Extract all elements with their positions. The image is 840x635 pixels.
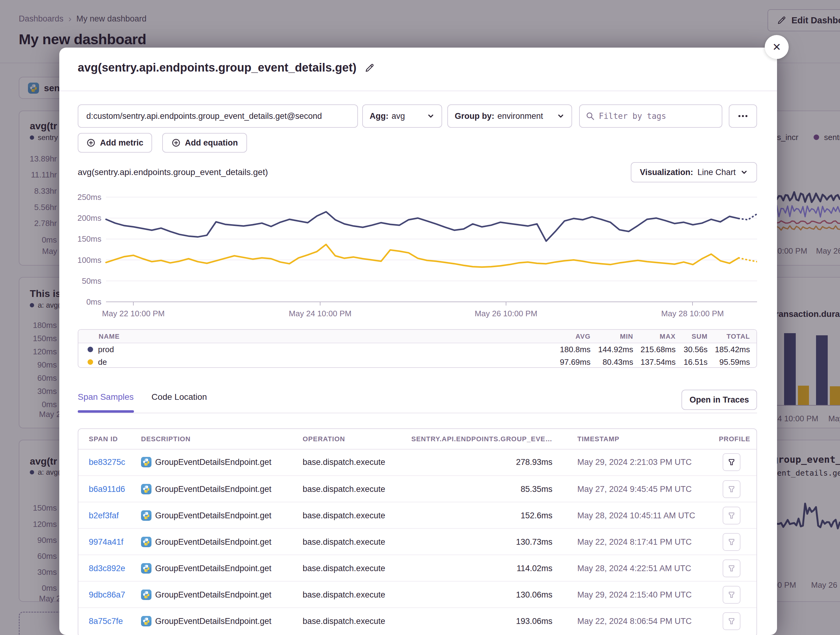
filter-by-tags-input[interactable]: [598, 111, 716, 121]
span-description: GroupEventDetailsEndpoint.get: [155, 590, 271, 600]
series-min: 80.43ms: [603, 358, 633, 367]
summary-row-prod: prod180.8ms144.92ms215.68ms30.56s185.42m…: [78, 343, 756, 355]
profile-button[interactable]: [723, 453, 741, 471]
agg-value: avg: [392, 112, 405, 121]
span-operation: base.dispatch.execute: [303, 537, 385, 547]
metric-query-value: d:custom/sentry.api.endpoints.group_even…: [86, 112, 322, 121]
agg-label: Agg:: [369, 112, 388, 121]
chevron-down-icon: [427, 112, 435, 120]
span-operation: base.dispatch.execute: [303, 457, 385, 467]
profile-button[interactable]: [723, 586, 741, 603]
span-operation: base.dispatch.execute: [303, 511, 385, 520]
tab-code-location[interactable]: Code Location: [152, 392, 207, 411]
span-operation: base.dispatch.execute: [303, 616, 385, 626]
samples-col-header: PROFILE: [719, 435, 750, 443]
span-timestamp: May 29, 2024 2:21:03 PM UTC: [577, 457, 692, 467]
python-icon: [141, 457, 152, 467]
span-id-link[interactable]: 9dbc86a7: [89, 590, 125, 600]
add-metric-label: Add metric: [100, 138, 143, 148]
modal-title: avg(sentry.api.endpoints.group_event_det…: [78, 61, 357, 74]
edit-title-pencil-icon[interactable]: [365, 63, 375, 73]
python-icon: [141, 484, 152, 494]
add-metric-button[interactable]: Add metric: [78, 133, 152, 153]
summary-col-total: TOTAL: [726, 332, 750, 340]
profile-button[interactable]: [723, 533, 741, 551]
x-axis-tick-label: May 24 10:00 PM: [289, 309, 352, 318]
span-description: GroupEventDetailsEndpoint.get: [155, 616, 271, 626]
python-icon: [141, 511, 152, 521]
series-sum: 16.51s: [684, 358, 707, 367]
open-in-traces-button[interactable]: Open in Traces: [682, 390, 757, 410]
summary-col-avg: AVG: [575, 332, 591, 340]
x-axis-tick-label: May 26 10:00 PM: [475, 309, 537, 318]
y-axis-tick-label: 50ms: [82, 276, 101, 285]
span-duration-value: 193.06ms: [516, 616, 553, 626]
y-axis-tick-label: 150ms: [78, 234, 101, 244]
python-icon: [141, 589, 152, 600]
metric-details-modal: avg(sentry.api.endpoints.group_event_det…: [59, 47, 777, 635]
group-by-value: environment: [497, 112, 543, 121]
filter-by-tags-field[interactable]: [579, 104, 722, 128]
aggregation-select[interactable]: Agg: avg: [362, 104, 442, 128]
span-id-link[interactable]: be83275c: [89, 457, 125, 467]
overflow-menu-button[interactable]: [729, 104, 757, 128]
span-timestamp: May 29, 2024 2:15:40 PM UTC: [577, 590, 692, 600]
modal-header-divider: [59, 91, 777, 91]
span-duration-value: 130.06ms: [516, 590, 553, 600]
series-avg: 180.8ms: [560, 345, 591, 355]
span-sample-row: 9dbc86a7GroupEventDetailsEndpoint.getbas…: [78, 581, 756, 608]
summary-col-min: MIN: [620, 332, 633, 340]
span-id-link[interactable]: b2ef3faf: [89, 511, 119, 520]
sentry-dashboard-screen: Dashboards › My new dashboard My new das…: [0, 0, 840, 635]
add-equation-label: Add equation: [185, 138, 238, 148]
close-icon[interactable]: ✕: [765, 35, 789, 59]
span-id-link[interactable]: 9974a41f: [89, 537, 123, 547]
profile-button[interactable]: [723, 507, 741, 525]
span-sample-row: b6a911d6GroupEventDetailsEndpoint.getbas…: [78, 475, 756, 503]
plus-circle-icon: [171, 138, 181, 147]
samples-col-header: SPAN ID: [89, 435, 118, 443]
profile-button[interactable]: [723, 480, 741, 498]
x-axis-tick-label: May 28 10:00 PM: [661, 309, 724, 318]
y-axis-tick-label: 0ms: [86, 297, 101, 306]
series-name: prod: [98, 345, 114, 355]
chevron-down-icon: [557, 112, 565, 120]
series-max: 137.54ms: [641, 358, 676, 367]
chart-title: avg(sentry.api.endpoints.group_event_det…: [78, 167, 268, 177]
span-sample-row: be83275cGroupEventDetailsEndpoint.getbas…: [78, 449, 756, 475]
series-total: 95.59ms: [719, 358, 750, 367]
samples-col-header: DESCRIPTION: [141, 435, 191, 443]
series-line-de: [106, 244, 739, 267]
span-samples-table: SPAN IDDESCRIPTIONOPERATIONSENTRY.API.EN…: [78, 429, 757, 635]
span-id-link[interactable]: 8d3c892e: [89, 564, 125, 573]
open-in-traces-label: Open in Traces: [690, 395, 749, 405]
span-duration-value: 152.6ms: [521, 511, 553, 520]
profile-button[interactable]: [723, 559, 741, 577]
samples-col-header: OPERATION: [303, 435, 345, 443]
add-equation-button[interactable]: Add equation: [162, 133, 247, 153]
visualization-select[interactable]: Visualization: Line Chart: [631, 162, 757, 183]
tab-span-samples[interactable]: Span Samples: [78, 392, 134, 411]
group-by-select[interactable]: Group by: environment: [447, 104, 572, 128]
python-icon: [141, 563, 152, 574]
y-axis-tick-label: 250ms: [78, 192, 101, 202]
span-operation: base.dispatch.execute: [303, 485, 385, 494]
profile-button[interactable]: [723, 612, 741, 630]
span-id-link[interactable]: 8a75c7fe: [89, 616, 123, 626]
samples-col-header: TIMESTAMP: [577, 435, 619, 443]
ellipsis-icon: [737, 110, 749, 122]
summary-row-de: de97.69ms80.43ms137.54ms16.51s95.59ms: [78, 355, 756, 368]
span-description: GroupEventDetailsEndpoint.get: [155, 457, 271, 467]
span-description: GroupEventDetailsEndpoint.get: [155, 485, 271, 494]
visualization-label: Visualization:: [639, 168, 693, 177]
series-total: 185.42ms: [715, 345, 750, 355]
series-color-dot: [88, 347, 93, 352]
metric-query-field[interactable]: d:custom/sentry.api.endpoints.group_even…: [78, 104, 358, 128]
span-timestamp: May 28, 2024 10:45:11 AM UTC: [577, 511, 695, 520]
series-color-dot: [88, 359, 93, 365]
series-min: 144.92ms: [598, 345, 633, 355]
series-summary-table: NAMEAVGMINMAXSUMTOTAL prod180.8ms144.92m…: [78, 329, 757, 368]
span-id-link[interactable]: b6a911d6: [89, 485, 125, 494]
summary-col-sum: SUM: [692, 332, 707, 340]
span-description: GroupEventDetailsEndpoint.get: [155, 511, 271, 520]
